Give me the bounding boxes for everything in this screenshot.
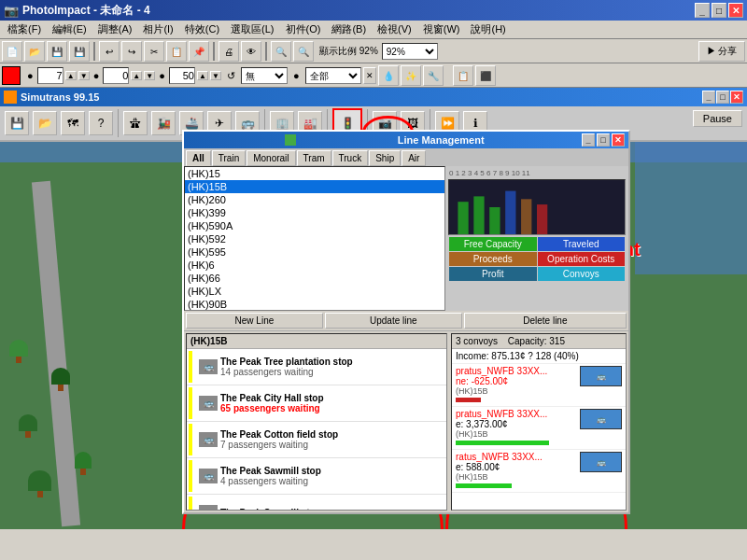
print-btn[interactable]: 🖨 [218, 41, 239, 62]
stop-bus-icon-3: 🚌 [199, 432, 218, 447]
menu-help[interactable]: 說明(H) [465, 21, 511, 37]
new-line-btn[interactable]: New Line [186, 313, 323, 329]
line-item-hk15b[interactable]: (HK)15B [185, 180, 444, 193]
tab-all[interactable]: All [186, 150, 211, 166]
menu-file[interactable]: 檔案(F) [2, 21, 47, 37]
sim-maximize[interactable]: □ [716, 91, 729, 104]
sim-map-btn[interactable]: 🗺 [61, 111, 85, 135]
line-mgmt-close[interactable]: ✕ [612, 133, 625, 147]
copy-btn[interactable]: 📋 [166, 41, 187, 62]
line-item-hk260[interactable]: (HK)260 [185, 193, 444, 206]
spin-up-2[interactable]: ▲ [131, 71, 142, 80]
spin-down-2[interactable]: ▼ [144, 71, 155, 80]
line-item-hk15[interactable]: (HK)15 [185, 167, 444, 180]
spin-down-3[interactable]: ▼ [210, 71, 221, 80]
stop-text-5: The Peak Sawmill stop [220, 508, 444, 511]
open-btn[interactable]: 📂 [24, 41, 45, 62]
zoom-in-btn[interactable]: 🔍 [293, 41, 314, 62]
spin-up-1[interactable]: ▲ [65, 71, 77, 80]
sim-rail-btn[interactable]: 🚂 [151, 111, 176, 135]
channel-clear-btn[interactable]: ✕ [363, 67, 376, 84]
menu-effects[interactable]: 特效(C) [179, 21, 225, 37]
tab-train[interactable]: Train [212, 150, 246, 166]
line-item-hk592[interactable]: (HK)592 [185, 232, 444, 245]
save-as-btn[interactable]: 💾 [69, 41, 90, 62]
line-item-hk6[interactable]: (HK)6 [185, 259, 444, 272]
line-item-hklx[interactable]: (HK)LX [185, 285, 444, 298]
tab-ship[interactable]: Ship [369, 150, 401, 166]
minimize-button[interactable]: _ [695, 3, 710, 18]
vehicle-item-1[interactable]: pratus_NWFB 33XX... ne: -625.00¢ (HK)15B… [452, 364, 626, 407]
menu-objects[interactable]: 初件(O) [280, 21, 327, 37]
redo-btn[interactable]: ↪ [121, 41, 142, 62]
spin-up-3[interactable]: ▲ [197, 71, 208, 80]
menu-adjust[interactable]: 調整(A) [92, 21, 138, 37]
update-line-btn[interactable]: Update line [325, 313, 462, 329]
eyedropper-btn[interactable]: 💧 [378, 65, 399, 86]
new-btn[interactable]: 📄 [2, 41, 22, 62]
preview-btn[interactable]: 👁 [241, 41, 261, 62]
layer-btn[interactable]: 📋 [453, 65, 473, 86]
value-input-2[interactable] [103, 67, 129, 84]
sim-close[interactable]: ✕ [730, 91, 743, 104]
sim-save-btn[interactable]: 💾 [5, 111, 29, 135]
details-section: (HK)15B 🚌 The Peak Tree plantation stop … [184, 330, 628, 512]
line-mgmt-maximize[interactable]: □ [597, 133, 610, 147]
line-item-hk90b[interactable]: (HK)90B [185, 298, 444, 311]
tab-truck[interactable]: Truck [332, 150, 369, 166]
paste-btn[interactable]: 📌 [189, 41, 209, 62]
channel-select[interactable]: 全部 [305, 67, 361, 84]
value-input-3[interactable] [169, 67, 195, 84]
value-input-1[interactable] [37, 67, 63, 84]
undo-btn[interactable]: ↩ [99, 41, 120, 62]
line-item-hk590a[interactable]: (HK)590A [185, 219, 444, 232]
cut-btn[interactable]: ✂ [144, 41, 164, 62]
menu-edit[interactable]: 編輯(E) [47, 21, 92, 37]
stop-item-5[interactable]: 🚌 The Peak Sawmill stop [187, 495, 446, 511]
brush-select[interactable]: 無 [241, 67, 288, 84]
stop-item-2[interactable]: 🚌 The Peak City Hall stop 65 passengers … [187, 385, 446, 422]
spin-down-1[interactable]: ▼ [78, 71, 90, 80]
zoom-out-btn[interactable]: 🔍 [271, 41, 291, 62]
legend-profit[interactable]: Profit [449, 267, 537, 281]
line-item-hk399[interactable]: (HK)399 [185, 206, 444, 219]
save-btn[interactable]: 💾 [47, 41, 67, 62]
magic-btn[interactable]: ✨ [401, 65, 421, 86]
menu-network[interactable]: 網路(B) [326, 21, 372, 37]
vehicle-item-2[interactable]: pratus_NWFB 33XX... e: 3,373.00¢ (HK)15B… [452, 407, 626, 450]
tools-btn[interactable]: 🔧 [423, 65, 444, 86]
color-swatch[interactable] [2, 66, 21, 85]
legend-traveled[interactable]: Traveled [538, 237, 626, 251]
delete-line-btn[interactable]: Delete line [464, 313, 627, 329]
expand-btn[interactable]: ⬛ [475, 65, 496, 86]
sim-help-btn[interactable]: ? [89, 111, 113, 135]
legend-free-capacity[interactable]: Free Capacity [449, 237, 537, 251]
stop-item-1[interactable]: 🚌 The Peak Tree plantation stop 14 passe… [187, 349, 446, 385]
close-button[interactable]: ✕ [728, 3, 743, 18]
legend-proceeds[interactable]: Proceeds [449, 252, 537, 266]
tab-tram[interactable]: Tram [297, 150, 331, 166]
sim-minimize[interactable]: _ [702, 91, 715, 104]
vehicle-income-1: ne: -625.00¢ [456, 376, 580, 386]
menu-select[interactable]: 選取區(L) [225, 21, 279, 37]
stop-item-3[interactable]: 🚌 The Peak Cotton field stop 7 passenger… [187, 422, 446, 458]
sim-load-btn[interactable]: 📂 [33, 111, 57, 135]
stop-item-4[interactable]: 🚌 The Peak Sawmill stop 4 passengers wai… [187, 458, 446, 495]
line-item-hk595[interactable]: (HK)595 [185, 245, 444, 259]
tab-monorail[interactable]: Monorail [247, 150, 295, 166]
line-item-hk66[interactable]: (HK)66 [185, 272, 444, 285]
legend-convoys[interactable]: Convoys [538, 267, 626, 281]
pause-button[interactable]: Pause [693, 110, 742, 127]
menu-photo[interactable]: 相片(I) [137, 21, 178, 37]
line-mgmt-minimize[interactable]: _ [582, 133, 595, 147]
share-btn[interactable]: ▶ 分享 [698, 41, 745, 62]
zoom-select[interactable]: 92% 100% 50% [382, 43, 438, 60]
legend-operation-costs[interactable]: Operation Costs [538, 252, 626, 266]
vehicle-item-3[interactable]: ratus_NWFB 33XX... e: 588.00¢ (HK)15B 🚌 [452, 450, 626, 493]
tab-air[interactable]: Air [402, 150, 426, 166]
maximize-button[interactable]: □ [712, 3, 726, 18]
sim-road-btn[interactable]: 🛣 [123, 111, 148, 135]
menu-window[interactable]: 視窗(W) [417, 21, 466, 37]
svg-rect-0 [458, 202, 468, 234]
menu-view[interactable]: 檢視(V) [372, 21, 417, 37]
